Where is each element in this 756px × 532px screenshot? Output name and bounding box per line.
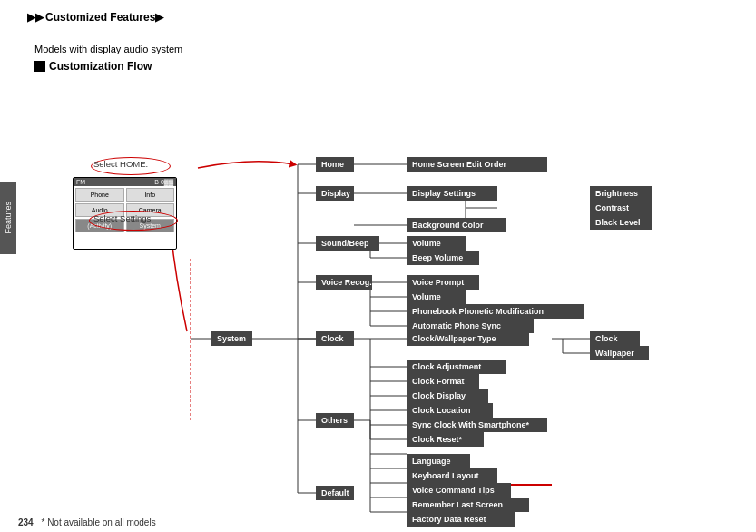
flow-lines-svg [34, 77, 742, 513]
footnote: * Not available on all models [41, 517, 155, 527]
btn-clock-reset: Clock Reset* [407, 432, 484, 447]
side-tab-label: Features [4, 202, 13, 234]
btn-brightness: Brightness [590, 186, 652, 201]
btn-black-level: Black Level [590, 215, 652, 230]
screen-header-left: FM [76, 179, 85, 185]
screen-cell-info: Info [126, 188, 175, 202]
section-header: Models with display audio system [34, 44, 747, 54]
btn-voice-cmd: Voice Command Tips [407, 483, 511, 498]
flow-title: Customization Flow [49, 60, 152, 73]
btn-beep-volume: Beep Volume [407, 251, 479, 265]
btn-background-color: Background Color [407, 218, 506, 232]
btn-voice-volume: Volume [407, 290, 466, 304]
flow-diagram: FM B 0▓▓ Phone Info Audio Camera (Activi… [34, 77, 742, 513]
screen-cell-phone: Phone [75, 188, 124, 202]
btn-keyboard: Keyboard Layout [407, 468, 497, 483]
btn-system: System [211, 331, 252, 346]
btn-remember: Remember Last Screen [407, 498, 529, 512]
select-home-label: Select HOME. [93, 159, 148, 169]
breadcrumb-arrow-right: ▶ [155, 11, 163, 24]
screen-header-right: B 0▓▓ [154, 179, 173, 185]
btn-clock-display: Clock Display [407, 389, 488, 403]
breadcrumb-title: Customized Features [45, 11, 155, 24]
btn-display: Display [316, 186, 354, 201]
btn-clock-out: Clock [590, 331, 640, 346]
btn-factory: Factory Data Reset [407, 512, 515, 527]
main-content: Models with display audio system Customi… [16, 34, 756, 532]
section-title: Customization Flow [34, 60, 747, 73]
page-number: 234 [18, 517, 34, 527]
btn-clock-adj: Clock Adjustment [407, 360, 506, 374]
btn-display-settings: Display Settings [407, 186, 497, 201]
features-side-tab: Features [0, 182, 16, 254]
breadcrumb-arrows: ▶▶ [27, 11, 44, 24]
models-label: Models with display audio system [34, 44, 182, 54]
btn-clock-location: Clock Location [407, 403, 493, 418]
bottom-text: 234 * Not available on all models [18, 517, 156, 527]
btn-contrast: Contrast [590, 201, 652, 215]
select-settings-label: Select Settings. [93, 213, 153, 223]
screen-header: FM B 0▓▓ [74, 178, 176, 186]
breadcrumb: ▶▶ Customized Features ▶ [0, 0, 756, 34]
btn-home: Home [316, 157, 354, 172]
btn-clock-format: Clock Format [407, 374, 479, 389]
btn-voice-prompt: Voice Prompt [407, 275, 479, 290]
btn-home-screen-edit: Home Screen Edit Order [407, 157, 547, 172]
btn-language: Language [407, 454, 470, 468]
btn-others: Others [316, 413, 354, 428]
btn-phonebook: Phonebook Phonetic Modification [407, 304, 584, 319]
btn-volume: Volume [407, 236, 466, 251]
btn-default: Default [316, 486, 354, 500]
btn-sync-clock: Sync Clock With Smartphone* [407, 418, 547, 432]
btn-sound: Sound/Beep [316, 236, 379, 251]
btn-clock-wallpaper: Clock/Wallpaper Type [407, 331, 529, 346]
btn-clock: Clock [316, 331, 354, 346]
black-square-icon [34, 61, 45, 72]
btn-wallpaper-out: Wallpaper [590, 346, 649, 360]
btn-voice: Voice Recog. [316, 275, 372, 290]
